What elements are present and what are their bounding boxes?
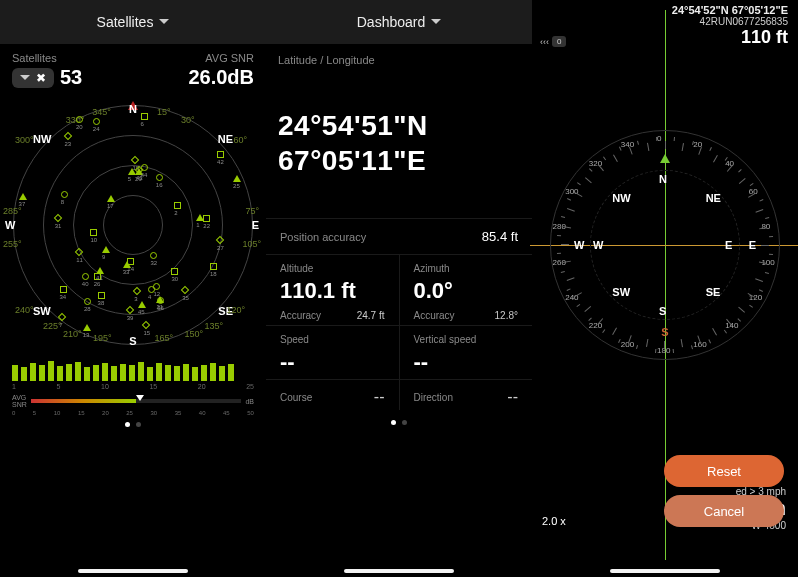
cardinal-s: S (129, 335, 136, 347)
cardinal-nw: NW (33, 133, 51, 145)
satellite-marker: 39 (127, 307, 135, 315)
satellite-marker: 45 (138, 301, 146, 309)
nav-rewind[interactable]: ‹‹‹ 0 (540, 36, 566, 47)
chevron-down-icon (431, 19, 441, 25)
direction-value: -- (507, 388, 518, 406)
satellite-marker: 42 (217, 151, 225, 159)
altitude-value: 110.1 ft (280, 278, 385, 304)
azimuth-label: Azimuth (414, 263, 519, 274)
compass-panel: 24°54'52"N 67°05'12"E 42RUN0677256835 11… (532, 0, 798, 577)
satellites-panel: Satellites Satellites AVG SNR ✖ 53 26.0d… (0, 0, 266, 577)
satellite-marker: 19 (132, 157, 140, 165)
satellite-marker: 6 (141, 113, 149, 121)
altitude-accuracy: 24.7 ft (357, 310, 385, 321)
zoom-level: 2.0 x (542, 515, 566, 527)
satellite-marker: 16 (156, 174, 164, 182)
satellite-marker: 9 (102, 246, 110, 254)
page-dots[interactable] (0, 422, 266, 427)
cardinal-ne: NE (218, 133, 233, 145)
direction-label: Direction (414, 392, 453, 403)
satellite-marker: 22 (203, 215, 211, 223)
satellite-marker: 20 (76, 116, 84, 124)
course-value: -- (374, 388, 385, 406)
longitude-value: 67°05'11"E (266, 143, 532, 178)
satellite-marker: 36 (157, 297, 165, 305)
course-label: Course (280, 392, 312, 403)
chevron-down-icon (20, 75, 30, 81)
tab-satellites[interactable]: Satellites (0, 0, 266, 44)
satellite-marker: 37 (19, 193, 27, 201)
pin-icon: ✖ (36, 71, 46, 85)
satellite-marker: 10 (90, 229, 98, 237)
home-indicator[interactable] (78, 569, 188, 573)
satellite-marker: 34 (60, 286, 68, 294)
satellite-marker: 28 (84, 298, 92, 306)
tab-dashboard-label: Dashboard (357, 14, 426, 30)
cardinal-e: E (749, 239, 756, 251)
satellite-marker: 40 (82, 273, 90, 281)
satellite-marker: 23 (65, 133, 73, 141)
satellite-marker: 41 (96, 267, 104, 275)
compass-rose[interactable]: S E W 0204060801001201401601802002202402… (550, 130, 780, 360)
position-accuracy-value: 85.4 ft (482, 229, 518, 244)
satellite-marker: 2 (174, 202, 182, 210)
satellite-marker: 8 (61, 191, 69, 199)
cardinal-w: W (574, 239, 584, 251)
cardinal-e: E (252, 219, 259, 231)
cancel-button[interactable]: Cancel (664, 495, 784, 527)
satellite-marker: 30 (171, 268, 179, 276)
satellite-marker: 7 (59, 314, 67, 322)
position-accuracy-label: Position accuracy (280, 231, 366, 243)
satellite-marker: 38 (98, 292, 106, 300)
latitude-value: 24°54'51"N (266, 108, 532, 143)
satellite-marker: 15 (143, 322, 151, 330)
tab-satellites-label: Satellites (97, 14, 154, 30)
latlon-label: Latitude / Longitude (266, 44, 532, 72)
vspeed-label: Vertical speed (414, 334, 519, 345)
cardinal-w: W (5, 219, 15, 231)
speed-label: Speed (280, 334, 385, 345)
satellite-count: 53 (60, 66, 82, 89)
satellite-marker: 13 (83, 324, 91, 332)
satellite-marker: 44 (141, 164, 149, 172)
home-indicator[interactable] (344, 569, 454, 573)
satellite-marker: 18 (210, 263, 218, 271)
satellite-marker: 33 (123, 261, 131, 269)
satellite-marker: 25 (233, 175, 241, 183)
cardinal-n: N (129, 103, 137, 115)
altitude-label: Altitude (280, 263, 385, 274)
azimuth-value: 0.0° (414, 278, 519, 304)
snr-bars (12, 359, 254, 381)
avg-snr-bar: AVG SNR dB (12, 394, 254, 408)
tab-dashboard[interactable]: Dashboard (266, 0, 532, 44)
avg-snr-value: 26.0dB (188, 66, 254, 89)
satellite-marker: 3 (134, 288, 142, 296)
avg-snr-marker (136, 395, 144, 401)
page-dots[interactable] (266, 420, 532, 425)
satellite-marker: 32 (150, 252, 158, 260)
dashboard-panel: Dashboard Latitude / Longitude 24°54'51"… (266, 0, 532, 577)
satellite-marker: 12 (153, 283, 161, 291)
vspeed-value: -- (414, 349, 519, 375)
satellites-label: Satellites (12, 52, 57, 64)
avg-snr-label: AVG SNR (205, 52, 254, 64)
satellite-filter-pill[interactable]: ✖ (12, 68, 54, 88)
satellite-marker: 17 (107, 195, 115, 203)
home-indicator[interactable] (610, 569, 720, 573)
speed-value: -- (280, 349, 385, 375)
sky-plot: N NE E SE S SW W NW 15° 30° 345° 330° 60… (13, 105, 253, 345)
satellite-marker: 35 (182, 287, 190, 295)
satellite-marker: 24 (93, 118, 101, 126)
satellite-marker: 27 (217, 237, 225, 245)
satellite-marker: 11 (76, 249, 84, 257)
cardinal-sw: SW (33, 305, 51, 317)
reset-button[interactable]: Reset (664, 455, 784, 487)
north-arrow-icon (660, 154, 670, 163)
satellite-marker: 31 (55, 215, 63, 223)
cardinal-s: S (661, 326, 668, 338)
chevron-down-icon (159, 19, 169, 25)
azimuth-accuracy: 12.8° (495, 310, 518, 321)
